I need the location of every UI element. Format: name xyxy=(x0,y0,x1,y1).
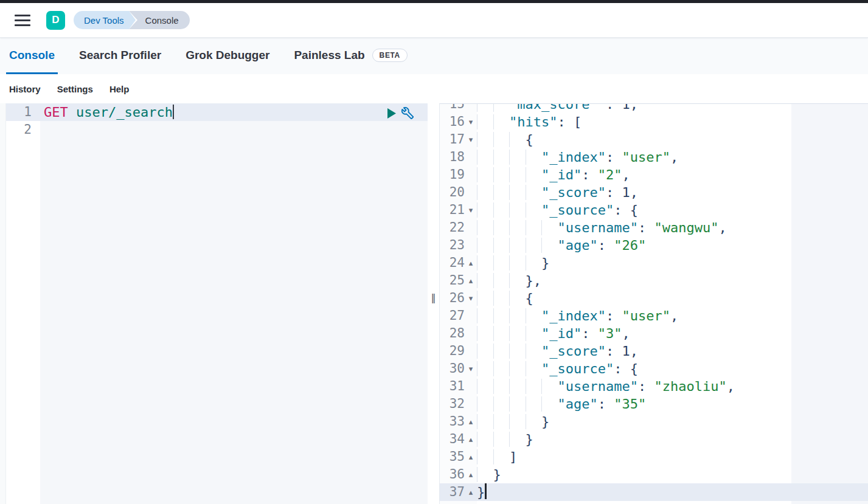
tab-grok-debugger[interactable]: Grok Debugger xyxy=(182,38,273,74)
fold-open-icon[interactable]: ▾ xyxy=(465,360,477,378)
response-line-30[interactable]: 30▾ "_source": { xyxy=(440,360,868,378)
tab-search-profiler[interactable]: Search Profiler xyxy=(76,38,164,74)
request-line-2[interactable]: 2 xyxy=(0,121,428,139)
response-editor[interactable]: 15 "max_score" : 1,16▾ "hits": [17▾ {18 … xyxy=(439,103,868,504)
fold-open-icon[interactable]: ▾ xyxy=(465,131,477,148)
request-code[interactable] xyxy=(40,121,428,139)
response-line-21[interactable]: 21▾ "_source": { xyxy=(440,201,868,219)
console-menu-settings[interactable]: Settings xyxy=(57,84,93,94)
beta-badge: BETA xyxy=(372,49,408,62)
fold-close-icon[interactable]: ▴ xyxy=(465,272,477,289)
line-number: 15 xyxy=(440,103,465,113)
request-editor-left-margin xyxy=(0,103,6,504)
breadcrumb-dev-tools[interactable]: Dev Tools xyxy=(74,11,129,29)
response-line-29[interactable]: 29 "_score": 1, xyxy=(440,342,868,360)
response-code[interactable]: "_id": "2", xyxy=(477,166,868,184)
response-code[interactable]: "age": "35" xyxy=(477,395,868,413)
response-line-15[interactable]: 15 "max_score" : 1, xyxy=(440,103,868,113)
console-menu-help[interactable]: Help xyxy=(109,84,130,94)
response-code[interactable]: } xyxy=(477,466,868,483)
request-editor[interactable]: 1GET user/_search2 xyxy=(0,103,428,504)
console-menu-history[interactable]: History xyxy=(9,84,41,94)
response-line-20[interactable]: 20 "_score": 1, xyxy=(440,184,868,201)
tab-label: Grok Debugger xyxy=(186,49,269,62)
response-code[interactable]: } xyxy=(477,254,868,272)
response-line-22[interactable]: 22 "username": "wangwu", xyxy=(440,219,868,236)
response-code[interactable]: "_score": 1, xyxy=(477,342,868,360)
response-line-16[interactable]: 16▾ "hits": [ xyxy=(440,113,868,131)
line-number: 18 xyxy=(440,148,465,166)
response-line-23[interactable]: 23 "age": "26" xyxy=(440,236,868,254)
response-line-25[interactable]: 25▴ }, xyxy=(440,272,868,289)
line-number: 30 xyxy=(440,360,465,378)
response-code[interactable]: "_source": { xyxy=(477,360,868,378)
deployment-logo[interactable]: D xyxy=(46,11,65,30)
menu-hamburger-icon[interactable] xyxy=(12,10,33,30)
fold-close-icon[interactable]: ▴ xyxy=(465,466,477,483)
line-number: 16 xyxy=(440,113,465,131)
line-number: 31 xyxy=(440,378,465,395)
response-line-37[interactable]: 37▴} xyxy=(440,483,868,501)
line-number: 35 xyxy=(440,448,465,466)
line-number: 28 xyxy=(440,325,465,342)
tab-label: Search Profiler xyxy=(79,49,161,62)
request-line-1[interactable]: 1GET user/_search xyxy=(0,103,428,121)
line-number: 36 xyxy=(440,466,465,483)
response-code[interactable]: { xyxy=(477,131,868,148)
tab-painless-lab[interactable]: Painless LabBETA xyxy=(291,38,410,74)
request-options-wrench-icon[interactable] xyxy=(401,107,414,119)
response-code[interactable]: } xyxy=(477,483,868,501)
response-code[interactable]: "username": "wangwu", xyxy=(477,219,868,236)
response-code[interactable]: "_source": { xyxy=(477,201,868,219)
app-header: D Dev ToolsConsole xyxy=(0,3,868,38)
response-code[interactable]: }, xyxy=(477,272,868,289)
response-code[interactable]: } xyxy=(477,430,868,448)
fold-open-icon[interactable]: ▾ xyxy=(465,289,477,307)
response-code[interactable]: ] xyxy=(477,448,868,466)
line-number: 26 xyxy=(440,289,465,307)
line-number: 32 xyxy=(440,395,465,413)
request-code[interactable]: GET user/_search xyxy=(40,103,428,121)
text-cursor xyxy=(485,483,487,499)
send-request-play-icon[interactable] xyxy=(387,108,396,119)
response-line-17[interactable]: 17▾ { xyxy=(440,131,868,148)
response-code[interactable]: "_score": 1, xyxy=(477,184,868,201)
fold-close-icon[interactable]: ▴ xyxy=(465,430,477,448)
response-code[interactable]: "_index": "user", xyxy=(477,307,868,325)
response-line-34[interactable]: 34▴ } xyxy=(440,430,868,448)
response-line-24[interactable]: 24▴ } xyxy=(440,254,868,272)
response-code[interactable]: } xyxy=(477,413,868,430)
response-code[interactable]: "hits": [ xyxy=(477,113,868,131)
fold-close-icon[interactable]: ▴ xyxy=(465,254,477,272)
response-line-27[interactable]: 27 "_index": "user", xyxy=(440,307,868,325)
response-line-35[interactable]: 35▴ ] xyxy=(440,448,868,466)
line-number: 34 xyxy=(440,430,465,448)
fold-close-icon[interactable]: ▴ xyxy=(465,483,477,501)
resize-handle-icon[interactable]: ‖ xyxy=(431,293,436,504)
tab-console[interactable]: Console xyxy=(6,38,58,74)
response-line-31[interactable]: 31 "username": "zhaoliu", xyxy=(440,378,868,395)
response-line-32[interactable]: 32 "age": "35" xyxy=(440,395,868,413)
response-line-26[interactable]: 26▾ { xyxy=(440,289,868,307)
response-code[interactable]: "max_score" : 1, xyxy=(477,103,868,113)
response-code[interactable]: "_index": "user", xyxy=(477,148,868,166)
fold-close-icon[interactable]: ▴ xyxy=(465,448,477,466)
fold-close-icon[interactable]: ▴ xyxy=(465,413,477,430)
line-number: 2 xyxy=(6,121,32,139)
fold-open-icon[interactable]: ▾ xyxy=(465,201,477,219)
response-line-28[interactable]: 28 "_id": "3", xyxy=(440,325,868,342)
response-line-19[interactable]: 19 "_id": "2", xyxy=(440,166,868,184)
response-code[interactable]: "username": "zhaoliu", xyxy=(477,378,868,395)
response-code[interactable]: "_id": "3", xyxy=(477,325,868,342)
pane-resize-splitter[interactable]: ‖ xyxy=(428,103,439,504)
response-code[interactable]: { xyxy=(477,289,868,307)
line-number: 19 xyxy=(440,166,465,184)
response-code[interactable]: "age": "26" xyxy=(477,236,868,254)
response-line-36[interactable]: 36▴ } xyxy=(440,466,868,483)
response-line-18[interactable]: 18 "_index": "user", xyxy=(440,148,868,166)
line-number: 29 xyxy=(440,342,465,360)
fold-open-icon[interactable]: ▾ xyxy=(465,113,477,131)
response-line-33[interactable]: 33▴ } xyxy=(440,413,868,430)
breadcrumb: Dev ToolsConsole xyxy=(74,11,190,29)
console-menu: HistorySettingsHelp xyxy=(0,74,868,103)
